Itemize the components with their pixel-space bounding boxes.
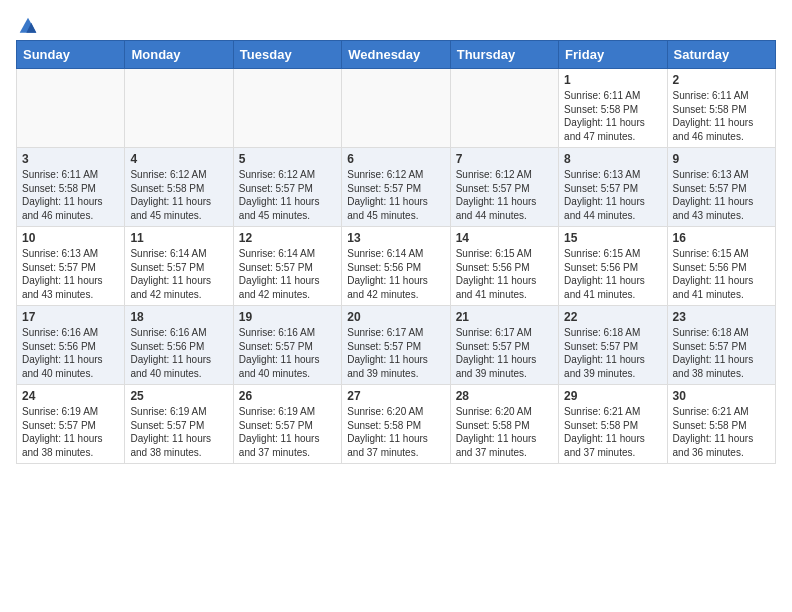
day-number: 9 [673, 152, 770, 166]
calendar-cell [233, 69, 341, 148]
day-info: Sunrise: 6:17 AMSunset: 5:57 PMDaylight:… [456, 326, 553, 380]
day-number: 10 [22, 231, 119, 245]
col-header-tuesday: Tuesday [233, 41, 341, 69]
calendar-cell: 1Sunrise: 6:11 AMSunset: 5:58 PMDaylight… [559, 69, 667, 148]
day-number: 16 [673, 231, 770, 245]
calendar-cell: 2Sunrise: 6:11 AMSunset: 5:58 PMDaylight… [667, 69, 775, 148]
day-info: Sunrise: 6:12 AMSunset: 5:57 PMDaylight:… [456, 168, 553, 222]
day-info: Sunrise: 6:16 AMSunset: 5:57 PMDaylight:… [239, 326, 336, 380]
calendar-cell: 18Sunrise: 6:16 AMSunset: 5:56 PMDayligh… [125, 306, 233, 385]
calendar-cell: 4Sunrise: 6:12 AMSunset: 5:58 PMDaylight… [125, 148, 233, 227]
day-number: 6 [347, 152, 444, 166]
calendar-cell: 24Sunrise: 6:19 AMSunset: 5:57 PMDayligh… [17, 385, 125, 464]
day-number: 20 [347, 310, 444, 324]
day-number: 21 [456, 310, 553, 324]
logo-icon [18, 16, 38, 36]
day-info: Sunrise: 6:13 AMSunset: 5:57 PMDaylight:… [564, 168, 661, 222]
calendar-cell: 8Sunrise: 6:13 AMSunset: 5:57 PMDaylight… [559, 148, 667, 227]
week-row-2: 3Sunrise: 6:11 AMSunset: 5:58 PMDaylight… [17, 148, 776, 227]
day-info: Sunrise: 6:15 AMSunset: 5:56 PMDaylight:… [673, 247, 770, 301]
day-number: 28 [456, 389, 553, 403]
calendar-cell: 14Sunrise: 6:15 AMSunset: 5:56 PMDayligh… [450, 227, 558, 306]
calendar-cell: 7Sunrise: 6:12 AMSunset: 5:57 PMDaylight… [450, 148, 558, 227]
col-header-monday: Monday [125, 41, 233, 69]
calendar-cell [125, 69, 233, 148]
day-info: Sunrise: 6:19 AMSunset: 5:57 PMDaylight:… [130, 405, 227, 459]
calendar-cell: 28Sunrise: 6:20 AMSunset: 5:58 PMDayligh… [450, 385, 558, 464]
col-header-sunday: Sunday [17, 41, 125, 69]
day-number: 13 [347, 231, 444, 245]
day-info: Sunrise: 6:17 AMSunset: 5:57 PMDaylight:… [347, 326, 444, 380]
calendar-cell [17, 69, 125, 148]
day-info: Sunrise: 6:11 AMSunset: 5:58 PMDaylight:… [22, 168, 119, 222]
col-header-wednesday: Wednesday [342, 41, 450, 69]
day-number: 19 [239, 310, 336, 324]
calendar-cell [450, 69, 558, 148]
day-info: Sunrise: 6:12 AMSunset: 5:57 PMDaylight:… [347, 168, 444, 222]
day-info: Sunrise: 6:12 AMSunset: 5:57 PMDaylight:… [239, 168, 336, 222]
day-info: Sunrise: 6:21 AMSunset: 5:58 PMDaylight:… [673, 405, 770, 459]
logo [16, 16, 38, 32]
day-number: 5 [239, 152, 336, 166]
calendar-cell: 13Sunrise: 6:14 AMSunset: 5:56 PMDayligh… [342, 227, 450, 306]
calendar-cell: 29Sunrise: 6:21 AMSunset: 5:58 PMDayligh… [559, 385, 667, 464]
day-info: Sunrise: 6:15 AMSunset: 5:56 PMDaylight:… [456, 247, 553, 301]
day-number: 12 [239, 231, 336, 245]
day-number: 8 [564, 152, 661, 166]
week-row-3: 10Sunrise: 6:13 AMSunset: 5:57 PMDayligh… [17, 227, 776, 306]
day-info: Sunrise: 6:19 AMSunset: 5:57 PMDaylight:… [22, 405, 119, 459]
day-number: 27 [347, 389, 444, 403]
day-info: Sunrise: 6:13 AMSunset: 5:57 PMDaylight:… [22, 247, 119, 301]
calendar-cell: 19Sunrise: 6:16 AMSunset: 5:57 PMDayligh… [233, 306, 341, 385]
day-info: Sunrise: 6:14 AMSunset: 5:56 PMDaylight:… [347, 247, 444, 301]
calendar-header-row: SundayMondayTuesdayWednesdayThursdayFrid… [17, 41, 776, 69]
day-info: Sunrise: 6:14 AMSunset: 5:57 PMDaylight:… [130, 247, 227, 301]
day-info: Sunrise: 6:16 AMSunset: 5:56 PMDaylight:… [130, 326, 227, 380]
day-info: Sunrise: 6:18 AMSunset: 5:57 PMDaylight:… [673, 326, 770, 380]
day-number: 3 [22, 152, 119, 166]
day-info: Sunrise: 6:11 AMSunset: 5:58 PMDaylight:… [564, 89, 661, 143]
calendar-cell: 15Sunrise: 6:15 AMSunset: 5:56 PMDayligh… [559, 227, 667, 306]
day-number: 18 [130, 310, 227, 324]
day-number: 4 [130, 152, 227, 166]
day-number: 2 [673, 73, 770, 87]
day-number: 26 [239, 389, 336, 403]
day-info: Sunrise: 6:13 AMSunset: 5:57 PMDaylight:… [673, 168, 770, 222]
calendar-cell: 10Sunrise: 6:13 AMSunset: 5:57 PMDayligh… [17, 227, 125, 306]
day-number: 24 [22, 389, 119, 403]
page-header [16, 16, 776, 32]
day-number: 7 [456, 152, 553, 166]
day-number: 25 [130, 389, 227, 403]
calendar-cell: 9Sunrise: 6:13 AMSunset: 5:57 PMDaylight… [667, 148, 775, 227]
day-info: Sunrise: 6:20 AMSunset: 5:58 PMDaylight:… [347, 405, 444, 459]
day-info: Sunrise: 6:16 AMSunset: 5:56 PMDaylight:… [22, 326, 119, 380]
calendar-cell [342, 69, 450, 148]
day-info: Sunrise: 6:11 AMSunset: 5:58 PMDaylight:… [673, 89, 770, 143]
day-number: 22 [564, 310, 661, 324]
day-info: Sunrise: 6:12 AMSunset: 5:58 PMDaylight:… [130, 168, 227, 222]
day-number: 11 [130, 231, 227, 245]
day-info: Sunrise: 6:14 AMSunset: 5:57 PMDaylight:… [239, 247, 336, 301]
calendar-cell: 25Sunrise: 6:19 AMSunset: 5:57 PMDayligh… [125, 385, 233, 464]
calendar-cell: 26Sunrise: 6:19 AMSunset: 5:57 PMDayligh… [233, 385, 341, 464]
day-number: 15 [564, 231, 661, 245]
day-info: Sunrise: 6:20 AMSunset: 5:58 PMDaylight:… [456, 405, 553, 459]
week-row-4: 17Sunrise: 6:16 AMSunset: 5:56 PMDayligh… [17, 306, 776, 385]
col-header-friday: Friday [559, 41, 667, 69]
calendar-cell: 17Sunrise: 6:16 AMSunset: 5:56 PMDayligh… [17, 306, 125, 385]
day-number: 17 [22, 310, 119, 324]
day-info: Sunrise: 6:15 AMSunset: 5:56 PMDaylight:… [564, 247, 661, 301]
calendar-cell: 22Sunrise: 6:18 AMSunset: 5:57 PMDayligh… [559, 306, 667, 385]
calendar-cell: 27Sunrise: 6:20 AMSunset: 5:58 PMDayligh… [342, 385, 450, 464]
calendar-cell: 23Sunrise: 6:18 AMSunset: 5:57 PMDayligh… [667, 306, 775, 385]
calendar-cell: 30Sunrise: 6:21 AMSunset: 5:58 PMDayligh… [667, 385, 775, 464]
week-row-5: 24Sunrise: 6:19 AMSunset: 5:57 PMDayligh… [17, 385, 776, 464]
calendar-table: SundayMondayTuesdayWednesdayThursdayFrid… [16, 40, 776, 464]
day-number: 23 [673, 310, 770, 324]
day-number: 1 [564, 73, 661, 87]
calendar-cell: 20Sunrise: 6:17 AMSunset: 5:57 PMDayligh… [342, 306, 450, 385]
day-info: Sunrise: 6:21 AMSunset: 5:58 PMDaylight:… [564, 405, 661, 459]
day-info: Sunrise: 6:19 AMSunset: 5:57 PMDaylight:… [239, 405, 336, 459]
calendar-cell: 21Sunrise: 6:17 AMSunset: 5:57 PMDayligh… [450, 306, 558, 385]
calendar-cell: 5Sunrise: 6:12 AMSunset: 5:57 PMDaylight… [233, 148, 341, 227]
